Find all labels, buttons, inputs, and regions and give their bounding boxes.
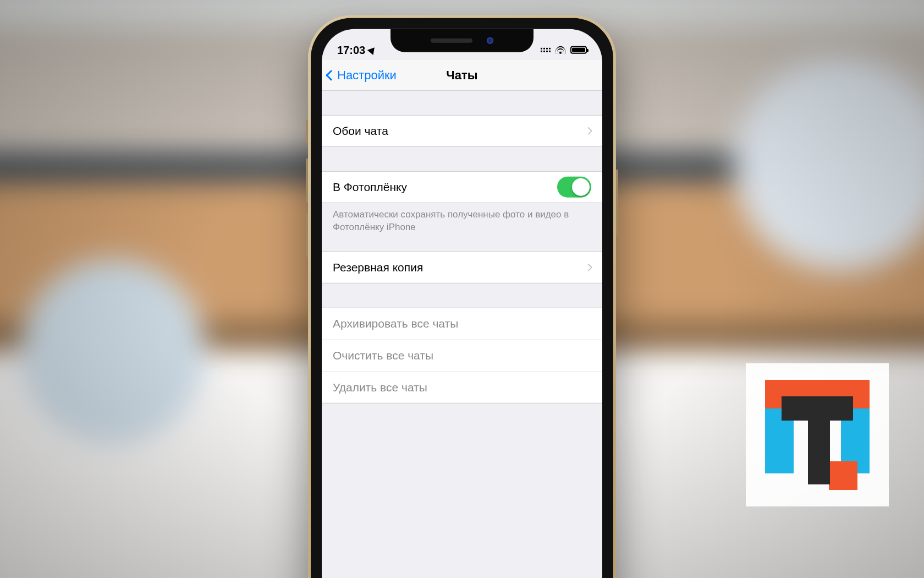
speaker-grill bbox=[431, 39, 472, 43]
cell-save-to-camera-roll[interactable]: В Фотоплёнку bbox=[322, 171, 602, 203]
cell-chat-backup[interactable]: Резервная копия bbox=[322, 252, 602, 283]
location-arrow-icon bbox=[367, 45, 377, 55]
cell-label: В Фотоплёнку bbox=[333, 181, 557, 194]
dual-sim-signal-icon bbox=[541, 48, 551, 52]
phone-mockup: 17:03 На bbox=[308, 15, 616, 578]
settings-list: Обои чата В Фотоплёнку Автоматически сох… bbox=[322, 91, 602, 403]
chevron-right-icon bbox=[585, 127, 592, 135]
cell-label: Удалить все чаты bbox=[333, 381, 591, 394]
status-time: 17:03 bbox=[337, 43, 365, 56]
cell-delete-all-chats[interactable]: Удалить все чаты bbox=[322, 372, 602, 403]
nav-bar: Настройки Чаты bbox=[322, 60, 602, 91]
watermark-logo bbox=[746, 363, 889, 506]
battery-icon bbox=[570, 46, 587, 54]
cell-label: Очистить все чаты bbox=[333, 349, 591, 362]
cell-archive-all-chats[interactable]: Архивировать все чаты bbox=[322, 308, 602, 340]
chevron-left-icon bbox=[326, 69, 337, 80]
cell-chat-wallpaper[interactable]: Обои чата bbox=[322, 115, 602, 147]
chevron-right-icon bbox=[585, 264, 592, 271]
back-label: Настройки bbox=[337, 68, 397, 82]
wifi-icon bbox=[555, 46, 566, 54]
cell-label: Архивировать все чаты bbox=[333, 317, 591, 330]
cell-clear-all-chats[interactable]: Очистить все чаты bbox=[322, 340, 602, 372]
cell-label: Обои чата bbox=[333, 124, 586, 138]
section-footer: Автоматически сохранять полученные фото … bbox=[322, 203, 602, 234]
back-button[interactable]: Настройки bbox=[327, 68, 397, 82]
phone-notch bbox=[391, 29, 534, 52]
page-title: Чаты bbox=[446, 68, 477, 82]
toggle-switch[interactable] bbox=[557, 177, 591, 198]
front-camera-icon bbox=[487, 37, 493, 44]
cell-label: Резервная копия bbox=[333, 261, 586, 274]
